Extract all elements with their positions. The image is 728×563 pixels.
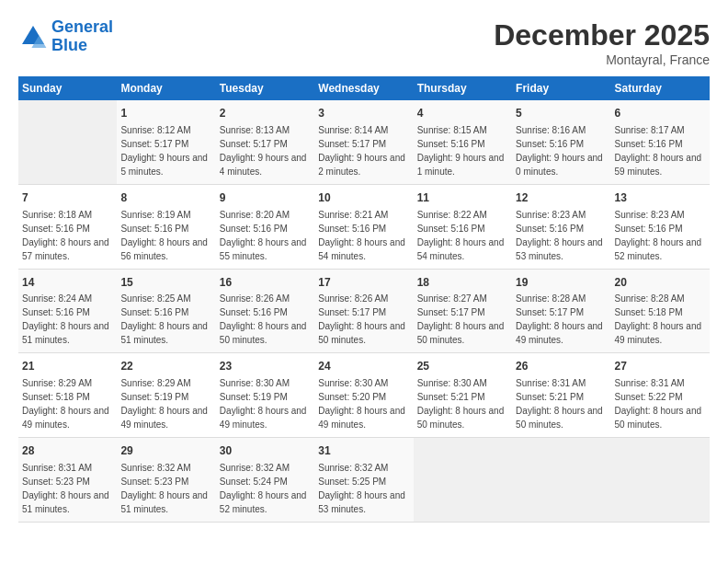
daylight: Daylight: 8 hours and 49 minutes. — [615, 321, 702, 345]
day-info: Sunrise: 8:19 AM Sunset: 5:16 PM Dayligh… — [120, 208, 211, 263]
title-block: December 2025 Montayral, France — [494, 18, 710, 67]
sunrise: Sunrise: 8:25 AM — [120, 293, 190, 304]
sunrise: Sunrise: 8:23 AM — [615, 210, 685, 220]
daylight: Daylight: 8 hours and 59 minutes. — [615, 153, 702, 177]
day-number: 28 — [22, 443, 113, 459]
day-info: Sunrise: 8:23 AM Sunset: 5:16 PM Dayligh… — [615, 208, 706, 263]
calendar-cell: 2 Sunrise: 8:13 AM Sunset: 5:17 PM Dayli… — [216, 100, 314, 184]
daylight: Daylight: 8 hours and 49 minutes. — [120, 406, 208, 430]
logo-text: General Blue — [51, 18, 113, 55]
day-info: Sunrise: 8:32 AM Sunset: 5:25 PM Dayligh… — [318, 461, 409, 516]
sunset: Sunset: 5:16 PM — [220, 307, 288, 317]
day-number: 24 — [318, 359, 409, 374]
calendar-cell — [18, 100, 117, 184]
day-info: Sunrise: 8:24 AM Sunset: 5:16 PM Dayligh… — [22, 292, 113, 347]
day-number: 14 — [22, 275, 113, 291]
sunrise: Sunrise: 8:31 AM — [516, 378, 586, 388]
sunrise: Sunrise: 8:29 AM — [22, 378, 92, 388]
calendar-cell: 14 Sunrise: 8:24 AM Sunset: 5:16 PM Dayl… — [18, 269, 117, 353]
daylight: Daylight: 8 hours and 54 minutes. — [417, 237, 505, 261]
daylight: Daylight: 8 hours and 50 minutes. — [615, 406, 702, 430]
day-info: Sunrise: 8:31 AM Sunset: 5:22 PM Dayligh… — [615, 376, 706, 431]
day-info: Sunrise: 8:17 AM Sunset: 5:16 PM Dayligh… — [615, 123, 706, 178]
daylight: Daylight: 9 hours and 2 minutes. — [318, 153, 405, 177]
day-info: Sunrise: 8:18 AM Sunset: 5:16 PM Dayligh… — [22, 208, 113, 263]
calendar-week-row: 21 Sunrise: 8:29 AM Sunset: 5:18 PM Dayl… — [18, 353, 710, 438]
day-number: 19 — [516, 275, 607, 291]
calendar-cell: 13 Sunrise: 8:23 AM Sunset: 5:16 PM Dayl… — [611, 184, 710, 269]
day-number: 13 — [615, 190, 706, 206]
month-title: December 2025 — [494, 18, 710, 52]
sunset: Sunset: 5:21 PM — [417, 392, 485, 402]
sunrise: Sunrise: 8:26 AM — [220, 293, 290, 304]
calendar-cell: 26 Sunrise: 8:31 AM Sunset: 5:21 PM Dayl… — [512, 353, 610, 438]
sunrise: Sunrise: 8:14 AM — [318, 125, 388, 135]
sunset: Sunset: 5:16 PM — [615, 139, 683, 149]
calendar-cell: 17 Sunrise: 8:26 AM Sunset: 5:17 PM Dayl… — [314, 269, 413, 353]
daylight: Daylight: 8 hours and 55 minutes. — [220, 237, 307, 261]
sunrise: Sunrise: 8:24 AM — [22, 293, 92, 304]
day-info: Sunrise: 8:29 AM Sunset: 5:18 PM Dayligh… — [22, 376, 113, 431]
sunset: Sunset: 5:17 PM — [220, 139, 288, 149]
sunrise: Sunrise: 8:16 AM — [516, 125, 586, 135]
sunset: Sunset: 5:16 PM — [516, 224, 584, 234]
sunset: Sunset: 5:22 PM — [615, 392, 683, 402]
daylight: Daylight: 8 hours and 56 minutes. — [120, 237, 208, 261]
sunset: Sunset: 5:16 PM — [120, 224, 188, 234]
sunrise: Sunrise: 8:32 AM — [220, 463, 290, 473]
daylight: Daylight: 8 hours and 53 minutes. — [318, 490, 405, 514]
daylight: Daylight: 8 hours and 50 minutes. — [220, 321, 307, 345]
day-number: 25 — [417, 359, 508, 374]
day-number: 1 — [120, 106, 211, 121]
day-info: Sunrise: 8:16 AM Sunset: 5:16 PM Dayligh… — [516, 123, 607, 178]
day-header-monday: Monday — [117, 76, 215, 100]
calendar-cell: 22 Sunrise: 8:29 AM Sunset: 5:19 PM Dayl… — [117, 353, 215, 438]
day-number: 6 — [615, 106, 706, 121]
daylight: Daylight: 8 hours and 51 minutes. — [120, 321, 208, 345]
day-info: Sunrise: 8:32 AM Sunset: 5:24 PM Dayligh… — [220, 461, 311, 516]
sunset: Sunset: 5:16 PM — [615, 224, 683, 234]
logo-line2: Blue — [51, 36, 87, 54]
sunrise: Sunrise: 8:20 AM — [220, 210, 290, 220]
daylight: Daylight: 9 hours and 4 minutes. — [220, 153, 307, 177]
daylight: Daylight: 8 hours and 51 minutes. — [22, 321, 109, 345]
sunset: Sunset: 5:16 PM — [318, 224, 386, 234]
sunrise: Sunrise: 8:32 AM — [318, 463, 388, 473]
day-number: 29 — [120, 443, 211, 459]
daylight: Daylight: 8 hours and 49 minutes. — [516, 321, 603, 345]
sunrise: Sunrise: 8:30 AM — [417, 378, 487, 388]
day-info: Sunrise: 8:30 AM Sunset: 5:19 PM Dayligh… — [220, 376, 311, 431]
calendar-week-row: 28 Sunrise: 8:31 AM Sunset: 5:23 PM Dayl… — [18, 438, 710, 523]
day-info: Sunrise: 8:30 AM Sunset: 5:21 PM Dayligh… — [417, 376, 508, 431]
day-header-thursday: Thursday — [414, 76, 512, 100]
calendar-cell: 4 Sunrise: 8:15 AM Sunset: 5:16 PM Dayli… — [414, 100, 512, 184]
sunset: Sunset: 5:19 PM — [120, 392, 188, 402]
day-number: 22 — [120, 359, 211, 374]
calendar-cell — [414, 438, 512, 523]
day-info: Sunrise: 8:28 AM Sunset: 5:18 PM Dayligh… — [615, 292, 706, 347]
calendar-table: SundayMondayTuesdayWednesdayThursdayFrid… — [18, 76, 710, 523]
sunrise: Sunrise: 8:31 AM — [22, 463, 92, 473]
sunrise: Sunrise: 8:29 AM — [120, 378, 190, 388]
sunset: Sunset: 5:17 PM — [120, 139, 188, 149]
day-number: 16 — [220, 275, 311, 291]
day-info: Sunrise: 8:26 AM Sunset: 5:16 PM Dayligh… — [220, 292, 311, 347]
day-number: 2 — [220, 106, 311, 121]
day-info: Sunrise: 8:21 AM Sunset: 5:16 PM Dayligh… — [318, 208, 409, 263]
daylight: Daylight: 8 hours and 49 minutes. — [318, 406, 405, 430]
calendar-cell: 12 Sunrise: 8:23 AM Sunset: 5:16 PM Dayl… — [512, 184, 610, 269]
daylight: Daylight: 8 hours and 51 minutes. — [120, 490, 208, 514]
day-info: Sunrise: 8:22 AM Sunset: 5:16 PM Dayligh… — [417, 208, 508, 263]
day-number: 30 — [220, 443, 311, 459]
sunrise: Sunrise: 8:23 AM — [516, 210, 586, 220]
day-info: Sunrise: 8:20 AM Sunset: 5:16 PM Dayligh… — [220, 208, 311, 263]
day-number: 31 — [318, 443, 409, 459]
calendar-cell: 28 Sunrise: 8:31 AM Sunset: 5:23 PM Dayl… — [18, 438, 117, 523]
day-number: 11 — [417, 190, 508, 206]
calendar-cell: 3 Sunrise: 8:14 AM Sunset: 5:17 PM Dayli… — [314, 100, 413, 184]
calendar-cell: 6 Sunrise: 8:17 AM Sunset: 5:16 PM Dayli… — [611, 100, 710, 184]
day-number: 12 — [516, 190, 607, 206]
day-number: 7 — [22, 190, 113, 206]
sunset: Sunset: 5:17 PM — [516, 307, 584, 317]
day-info: Sunrise: 8:13 AM Sunset: 5:17 PM Dayligh… — [220, 123, 311, 178]
